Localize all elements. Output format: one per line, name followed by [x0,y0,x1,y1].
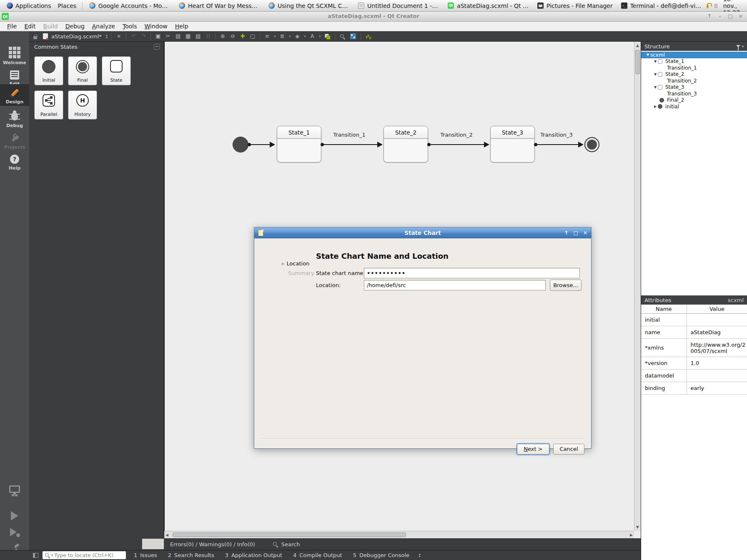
output-pane-expand-icon[interactable]: ▴▾ [419,553,421,558]
zoom-in-icon[interactable]: ⊕ [218,31,227,41]
document-selector-spinner[interactable]: ▴▾ [106,34,108,39]
state-node-2[interactable]: State_2 [384,126,428,162]
issues-search-label[interactable]: Search [281,541,300,548]
tree-row-initial[interactable]: ▶ initial [641,103,747,110]
tree-row-transition-1[interactable]: Transition_1 [641,65,747,71]
paste-icon[interactable]: ▤ [173,31,183,41]
transition-1-label[interactable]: Transition_1 [333,132,366,138]
mode-welcome[interactable]: Welcome [0,45,29,66]
tree-row-state-3[interactable]: ▼ State_3 [641,84,747,91]
scroll-up-icon[interactable]: ▲ [634,42,641,48]
output-pane-compile-output[interactable]: 4Compile Output [288,552,348,558]
state-chart-name-input[interactable] [364,268,580,278]
dialog-maximize-button[interactable]: □ [574,230,578,236]
issues-filter-label[interactable]: Errors(0) / Warnings(0) / Info(0) [170,541,255,548]
menu-analyze[interactable]: Analyze [88,23,119,30]
menu-debug[interactable]: Debug [62,23,88,30]
taskbar-window-qtcreator[interactable]: Qt aStateDiag.scxml - Qt C... [444,0,533,11]
attribute-row-version[interactable]: *version 1.0 [641,357,747,370]
tree-row-transition-2[interactable]: Transition_2 [641,78,747,84]
keep-above-button[interactable]: ↑ [707,13,712,19]
font-color-dropdown[interactable]: ▾ [318,34,322,38]
output-pane-search-results[interactable]: 2Search Results [163,552,220,558]
browse-button[interactable]: Browse... [550,280,582,291]
output-pane-application-output[interactable]: 3Application Output [220,552,288,558]
locator[interactable]: ▾ [43,551,126,559]
scroll-left-icon[interactable]: ◀ [165,533,168,537]
window-titlebar[interactable]: Qt aStateDiag.scxml - Qt Creator ↑ – ▢ × [0,12,747,22]
expander-icon[interactable]: ▼ [653,85,658,89]
attribute-row-name[interactable]: name aStateDiag [641,326,747,339]
dialog-close-button[interactable]: ✕ [583,230,587,236]
fit-to-view-icon[interactable]: ▢ [248,31,257,41]
expander-icon[interactable]: ▼ [645,53,650,57]
align-vertical-dropdown[interactable]: ▾ [288,34,292,38]
expander-icon[interactable]: ▼ [653,72,658,76]
transition-2-arrow[interactable] [428,144,489,145]
output-pane-issues[interactable]: 1Issues [128,552,163,558]
minimize-button[interactable]: – [717,13,723,19]
palette-item-parallel[interactable]: Parallel [34,90,63,120]
locator-input[interactable] [54,552,117,558]
palette-item-history[interactable]: H History [68,90,97,120]
initial-state-node[interactable] [233,137,248,152]
run-button[interactable] [0,511,29,520]
pan-icon[interactable]: ✚ [238,31,247,41]
navigator-view-icon[interactable] [350,33,356,39]
next-button[interactable]: Next > [517,444,549,455]
attribute-row-xmlns[interactable]: *xmlns http://www.w3.org/2005/07/scxml [641,339,747,357]
attribute-row-datamodel[interactable]: datamodel [641,370,747,382]
canvas-horizontal-scrollbar[interactable]: ◀ ▶ [164,531,634,538]
state-node-1[interactable]: State_1 [277,126,321,162]
attribute-row-binding[interactable]: binding early [641,382,747,395]
align-horizontal-icon[interactable]: ≡ [263,31,272,41]
maximize-button[interactable]: ▢ [727,13,733,19]
cancel-button[interactable]: Cancel [553,444,584,455]
scroll-down-icon[interactable]: ▼ [634,525,641,529]
taskbar-window-terminal[interactable]: >_ Terminal - defi@defi-virt... [617,0,707,11]
column-header-value[interactable]: Value [687,305,747,313]
kit-selector-button[interactable] [0,485,29,493]
tree-row-state-2[interactable]: ▼ State_2 [641,71,747,78]
lock-screen-icon[interactable] [707,5,709,8]
attribute-row-initial[interactable]: initial [641,314,747,326]
transition-3-arrow[interactable] [535,144,583,145]
menu-file[interactable]: File [3,23,20,30]
fill-color-icon[interactable]: ◈ [293,31,302,41]
statistics-icon[interactable] [366,33,372,39]
column-header-name[interactable]: Name [641,305,687,313]
align-vertical-icon[interactable]: ≣ [278,31,287,41]
dialog-titlebar[interactable]: State Chart ↑ □ ✕ [254,228,591,238]
screenshot-icon[interactable]: ▦ [183,31,193,41]
transition-1-arrow[interactable] [321,144,382,145]
expander-icon[interactable]: ▶ [653,105,658,108]
palette-collapse-button[interactable]: − [154,44,160,50]
expander-icon[interactable]: ▼ [653,60,658,63]
initial-transition-arrow[interactable] [248,144,274,145]
mode-design[interactable]: Design [0,84,29,106]
input-method-icon[interactable] [714,4,717,8]
horizontal-scroll-thumb[interactable] [173,532,406,537]
close-button[interactable]: × [738,13,744,19]
align-horizontal-dropdown[interactable]: ▾ [273,34,277,38]
open-document-selector[interactable]: aStateDiag.scxml* [51,33,102,40]
palette-item-initial[interactable]: Initial [34,56,63,85]
transition-2-label[interactable]: Transition_2 [440,132,473,138]
taskbar-window-firefox-3[interactable]: Using the Qt SCXML Co... [264,0,354,11]
palette-item-state[interactable]: State [102,56,131,85]
tree-row-scxml[interactable]: ▼ scxml [641,52,747,58]
applications-menu[interactable]: Applications [3,0,55,11]
dialog-rollup-button[interactable]: ↑ [564,230,569,236]
tree-row-final-2[interactable]: Final_2 [641,97,747,104]
transition-3-label[interactable]: Transition_3 [540,132,573,138]
zoom-out-icon[interactable]: ⊖ [228,31,237,41]
structure-filter-button[interactable]: ▾ [736,45,744,48]
copy-icon[interactable]: ▣ [153,31,163,41]
mode-help[interactable]: ? Help [0,153,29,173]
menu-edit[interactable]: Edit [20,23,39,30]
output-pane-debugger-console[interactable]: 5Debugger Console [348,552,415,558]
debug-run-button[interactable] [0,528,29,537]
color-theme-icon[interactable] [325,34,330,39]
state-node-3[interactable]: State_3 [490,126,535,162]
vertical-scroll-thumb[interactable] [635,50,640,74]
